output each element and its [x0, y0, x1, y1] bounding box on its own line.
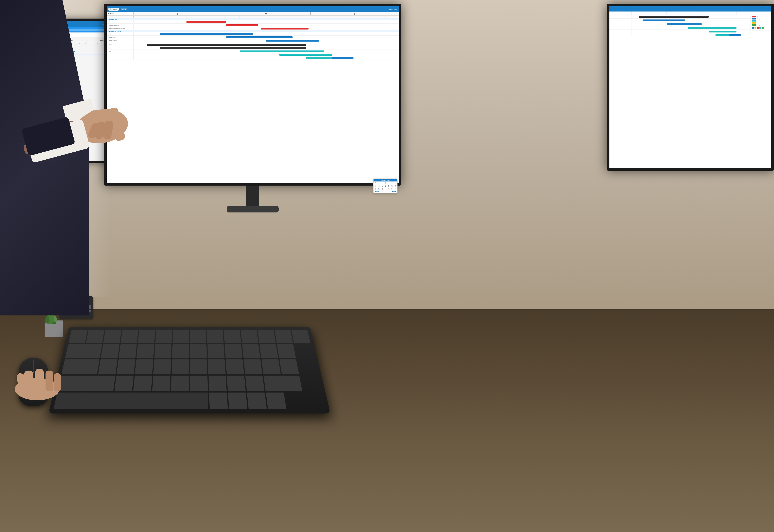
q3-task-label-3 [610, 22, 632, 26]
key[interactable] [190, 330, 207, 343]
key[interactable] [171, 359, 189, 374]
d12: T [279, 16, 293, 18]
q3-task-row-1 [610, 15, 771, 19]
search-box-2[interactable]: 🔍 Search [108, 8, 119, 11]
key[interactable] [224, 330, 241, 343]
d10: F [253, 16, 266, 18]
key[interactable] [242, 344, 261, 359]
key[interactable] [172, 344, 189, 359]
key[interactable] [279, 359, 299, 374]
key[interactable] [228, 392, 248, 409]
key[interactable] [264, 376, 302, 391]
key[interactable] [275, 330, 293, 343]
legend-color-design [752, 18, 756, 19]
key[interactable] [262, 359, 281, 374]
key[interactable] [98, 359, 117, 374]
q3-m12: T [760, 12, 771, 15]
task-bar-area-task1 [133, 43, 399, 46]
list-icon-2: ☰ [108, 13, 109, 15]
key[interactable] [207, 330, 224, 343]
key[interactable] [65, 344, 102, 359]
key[interactable] [114, 376, 134, 391]
key[interactable] [247, 392, 267, 409]
legend-label-complete: Complete [757, 24, 762, 26]
key[interactable] [119, 344, 137, 359]
key[interactable] [208, 359, 226, 374]
key[interactable] [190, 376, 208, 391]
key[interactable] [152, 376, 170, 391]
key[interactable] [154, 344, 171, 359]
keyboard[interactable] [48, 327, 330, 413]
cal-day-13: 13 [394, 185, 397, 186]
key[interactable] [260, 344, 278, 359]
key[interactable] [266, 392, 287, 409]
task-bar-design-revisions [266, 40, 319, 42]
app-header-3: Q3 [610, 6, 771, 12]
key[interactable] [133, 376, 152, 391]
key[interactable] [138, 330, 155, 343]
cal-day-4: 4 [387, 183, 390, 184]
key[interactable] [209, 376, 227, 391]
key[interactable] [209, 392, 228, 409]
key[interactable] [190, 344, 207, 359]
cal-day-7: 7 [374, 185, 377, 186]
key[interactable] [101, 344, 119, 359]
key[interactable] [227, 376, 246, 391]
key[interactable] [172, 330, 189, 343]
swatch-blue [752, 27, 754, 29]
q3-m7: F [702, 12, 713, 15]
task-label-task2: Task 2 [107, 46, 133, 50]
key[interactable] [58, 376, 115, 391]
day-cols-area: T W T F W T F W T F W T F W T F W [133, 16, 399, 18]
space-key[interactable] [53, 392, 209, 409]
q3-m2: W [644, 12, 655, 15]
key[interactable] [225, 344, 243, 359]
legend-color-complete [752, 24, 756, 26]
key[interactable] [120, 330, 138, 343]
cal-dh-s2: S [394, 182, 397, 183]
q3-bar-area-5 [632, 30, 771, 33]
key[interactable] [245, 376, 265, 391]
monitor-2-stand [246, 186, 259, 206]
key[interactable] [171, 376, 189, 391]
key[interactable] [116, 359, 135, 374]
key[interactable] [135, 359, 153, 374]
quarter-header-row: ☰ Project Q1 Q2 Q3 [107, 12, 399, 16]
key[interactable] [190, 359, 207, 374]
cal-dh-w: W [384, 182, 387, 183]
key[interactable] [153, 359, 171, 374]
task-row-task1: Task 1 [107, 43, 399, 46]
cal-dh-t: T [381, 182, 384, 183]
key[interactable] [61, 359, 99, 374]
key[interactable] [86, 330, 104, 343]
cal-year-label: 2024 [387, 179, 390, 181]
svg-rect-18 [54, 373, 61, 391]
app-header-bar-2: 🔍 Search Task ▼ Dashboard [107, 6, 399, 12]
cal-day-11: 11 [387, 185, 390, 186]
q3-m9: T [725, 12, 737, 15]
q3-bar-area-3 [632, 22, 771, 26]
key[interactable] [244, 359, 263, 374]
key[interactable] [241, 330, 258, 343]
key[interactable] [226, 359, 244, 374]
d1: T [133, 16, 147, 18]
key[interactable] [207, 344, 225, 359]
task-dropdown-2[interactable]: Task ▼ [120, 8, 127, 10]
key[interactable] [155, 330, 172, 343]
q3-m5: W [678, 12, 690, 15]
key[interactable] [103, 330, 121, 343]
legend-color-review [752, 22, 756, 24]
key[interactable] [136, 344, 154, 359]
q3-m1: F [632, 12, 644, 15]
key[interactable] [292, 330, 310, 343]
d7: F [213, 16, 226, 18]
q2-header: Q2 [222, 12, 310, 15]
key[interactable] [68, 330, 87, 343]
section-preparing-site-design: Preparing Site Design [107, 30, 399, 32]
key[interactable] [258, 330, 276, 343]
legend-item-complete: Complete [752, 24, 770, 26]
swatch-teal [759, 27, 761, 29]
task-bar-area-design-review [133, 36, 399, 39]
task-bar-area-define-scope [133, 24, 399, 27]
key[interactable] [277, 344, 296, 359]
